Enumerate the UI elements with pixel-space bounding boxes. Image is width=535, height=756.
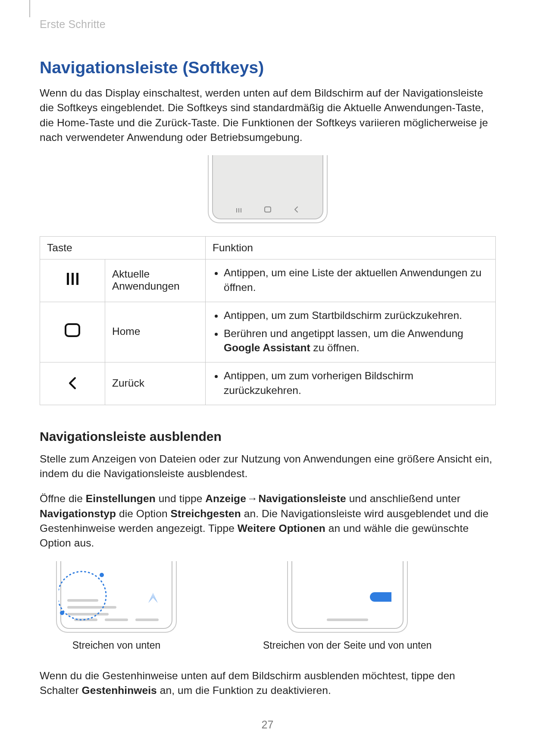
svg-point-2: [60, 611, 64, 615]
figure-swipe-from-bottom: Streichen von unten: [56, 561, 177, 651]
section-title: Navigationsleiste (Softkeys): [40, 58, 496, 77]
row-functions: Antippen, um eine Liste der aktuellen An…: [206, 259, 496, 302]
row-functions: Antippen, um zum Startbildschirm zurückz…: [206, 302, 496, 362]
row-label: Aktuelle Anwendungen: [105, 259, 206, 302]
page-number: 27: [0, 719, 535, 731]
figure-swipe-from-side-and-bottom: Streichen von der Seite und von unten: [263, 561, 432, 651]
recents-icon: [236, 208, 242, 212]
figure-caption: Streichen von unten: [72, 640, 161, 651]
intro-paragraph: Wenn du das Display einschaltest, werden…: [40, 86, 496, 145]
page-margin-tick: [29, 0, 30, 17]
row-label: Zurück: [105, 362, 206, 405]
table-head-key: Taste: [40, 237, 206, 259]
row-label: Home: [105, 302, 206, 362]
hide-nav-heading: Navigationsleiste ausblenden: [40, 429, 496, 444]
table-head-function: Funktion: [206, 237, 496, 259]
back-icon: [40, 362, 105, 405]
home-icon: [40, 302, 105, 362]
breadcrumb: Erste Schritte: [40, 18, 496, 31]
table-row: Aktuelle Anwendungen Antippen, um eine L…: [40, 259, 496, 302]
softkey-function-table: Taste Funktion Aktuelle Anwendungen Anti…: [40, 236, 496, 405]
side-gesture-pill-icon: [370, 592, 391, 602]
row-functions: Antippen, um zum vorherigen Bildschirm z…: [206, 362, 496, 405]
recents-icon: [40, 259, 105, 302]
home-icon: [264, 206, 271, 212]
svg-point-1: [100, 573, 104, 577]
hide-nav-p2: Öffne die Einstellungen und tippe Anzeig…: [40, 491, 496, 550]
table-row: Home Antippen, um zum Startbildschirm zu…: [40, 302, 496, 362]
figure-caption: Streichen von der Seite und von unten: [263, 640, 432, 651]
hide-nav-p1: Stelle zum Anzeigen von Dateien oder zur…: [40, 452, 496, 481]
table-row: Zurück Antippen, um zum vorherigen Bilds…: [40, 362, 496, 405]
hide-nav-p3: Wenn du die Gestenhinweise unten auf dem…: [40, 669, 496, 698]
back-icon: [293, 206, 299, 212]
figure-navbar-phone: [40, 155, 496, 223]
